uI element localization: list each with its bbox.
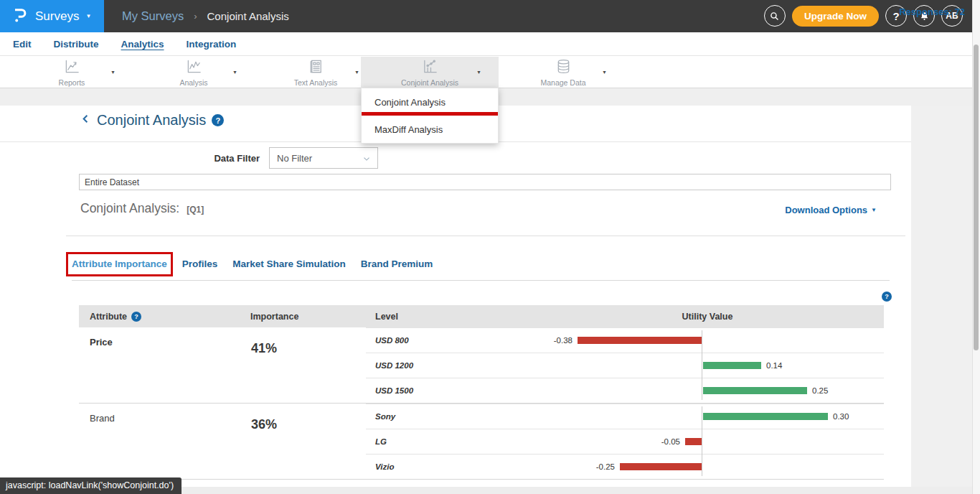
survey-nav: EditDistributeAnalyticsIntegration <box>0 32 980 56</box>
column-header-importance: Importance <box>244 312 366 322</box>
column-header-attribute: Attribute ? <box>79 312 244 322</box>
level-name: Sony <box>366 404 531 429</box>
dataset-field[interactable]: Entire Dataset <box>79 174 891 190</box>
attribute-group-brand: Brand36%Sony0.30LG-0.05Vizio-0.25 <box>79 403 884 479</box>
level-row-vizio: Vizio-0.25 <box>366 454 884 479</box>
toolbar-group-label: Analysis <box>179 78 207 87</box>
product-name: Surveys <box>35 9 79 24</box>
toolbar-group-analysis[interactable]: Analysis▼ <box>133 57 255 88</box>
conjoint-analysis-menu: Conjoint AnalysisMaxDiff Analysis <box>361 88 499 144</box>
questionpro-logo-icon <box>12 6 28 27</box>
attribute-name: Price <box>79 327 244 403</box>
utility-cell: -0.25 <box>531 455 884 479</box>
toolbar-group-reports[interactable]: Reports▼ <box>11 57 133 88</box>
utility-bar <box>703 413 828 420</box>
attribute-group-price: Price41%USD 800-0.38USD 12000.14USD 1500… <box>79 327 884 403</box>
attribute-help-icon[interactable]: ? <box>131 312 141 322</box>
manage-data-icon <box>555 58 572 78</box>
data-filter-select[interactable]: No Filter <box>269 147 378 169</box>
column-header-level: Level <box>366 312 531 322</box>
toolbar-group-text-analysis[interactable]: Text Analysis▼ <box>255 57 377 88</box>
utility-value-label: -0.38 <box>554 335 573 345</box>
level-row-lg: LG-0.05 <box>366 429 884 454</box>
dataset-value: Entire Dataset <box>85 177 139 187</box>
attribute-importance-table: Attribute ? Importance Level Utility Val… <box>79 305 884 480</box>
level-row-usd-800: USD 800-0.38 <box>366 327 884 353</box>
chevron-down-icon[interactable]: ▼ <box>110 70 116 75</box>
text-analysis-icon <box>308 58 324 78</box>
table-help-icon[interactable]: ? <box>882 292 892 302</box>
level-name: LG <box>366 429 531 454</box>
nav-item-integration[interactable]: Integration <box>187 39 237 50</box>
table-header-row: Attribute ? Importance Level Utility Val… <box>79 305 884 327</box>
breadcrumb-my-surveys[interactable]: My Surveys <box>122 9 184 23</box>
utility-cell: 0.14 <box>531 353 884 378</box>
download-options-button[interactable]: Download Options ▼ <box>785 205 877 215</box>
utility-bar <box>703 362 761 369</box>
chevron-down-icon: ▼ <box>871 207 877 213</box>
analytics-toolbar: Reports▼Analysis▼Text Analysis▼Conjoint … <box>0 57 980 88</box>
chevron-down-icon: ▼ <box>85 13 91 19</box>
app-window: Surveys ▼ My Surveys › Conjoint Analysis… <box>0 0 980 494</box>
toolbar-group-label: Conjoint Analysis <box>401 78 458 87</box>
tab-brand-premium[interactable]: Brand Premium <box>361 258 433 271</box>
menu-item-conjoint-analysis[interactable]: Conjoint Analysis <box>362 88 498 116</box>
chevron-down-icon[interactable]: ▼ <box>602 70 607 75</box>
nav-item-analytics[interactable]: Analytics <box>121 39 164 50</box>
importance-value: 36% <box>244 404 366 479</box>
level-name: USD 800 <box>366 328 531 353</box>
chevron-down-icon <box>362 154 372 164</box>
chevron-down-icon[interactable]: ▼ <box>232 70 237 75</box>
level-row-usd-1200: USD 12000.14 <box>366 353 884 378</box>
scrollbar-thumb[interactable] <box>974 45 979 350</box>
breadcrumb: My Surveys › Conjoint Analysis <box>122 0 289 32</box>
utility-value-label: 0.25 <box>812 386 828 396</box>
page-title: Conjoint Analysis <box>97 112 206 129</box>
nav-item-distribute[interactable]: Distribute <box>54 39 99 50</box>
breadcrumb-separator: › <box>194 11 197 22</box>
question-reference: [Q1] <box>187 205 204 215</box>
level-name: USD 1200 <box>366 353 531 378</box>
search-button[interactable] <box>764 5 786 27</box>
level-row-usd-1500: USD 15000.25 <box>366 378 884 403</box>
divider <box>66 236 905 236</box>
toolbar-group-label: Manage Data <box>540 78 585 87</box>
product-switcher[interactable]: Surveys ▼ <box>0 0 104 32</box>
page-gutter <box>911 106 973 494</box>
toolbar-group-manage-data[interactable]: Manage Data▼ <box>502 57 624 88</box>
column-header-utility-value: Utility Value <box>531 312 884 322</box>
responses-count[interactable]: Responses: 72 <box>899 0 965 24</box>
toolbar-group-conjoint-analysis[interactable]: Conjoint Analysis▼ <box>361 57 499 88</box>
breadcrumb-current: Conjoint Analysis <box>207 10 289 22</box>
top-bar: Surveys ▼ My Surveys › Conjoint Analysis… <box>0 0 980 32</box>
analysis-tabs: Attribute ImportanceProfilesMarket Share… <box>72 258 433 271</box>
nav-item-edit[interactable]: Edit <box>13 39 32 50</box>
main-content: Conjoint Analysis ? Data Filter No Filte… <box>0 106 973 487</box>
chevron-down-icon[interactable]: ▼ <box>476 70 481 75</box>
reports-chart-icon <box>64 58 80 78</box>
toolbar-group-label: Text Analysis <box>294 78 338 87</box>
level-row-sony: Sony0.30 <box>366 404 884 429</box>
analysis-chart-icon <box>186 58 202 78</box>
utility-cell: -0.05 <box>531 429 884 454</box>
utility-value-label: 0.14 <box>766 360 782 370</box>
data-filter-label: Data Filter <box>172 153 260 164</box>
upgrade-now-button[interactable]: Upgrade Now <box>792 6 879 27</box>
tab-attribute-importance[interactable]: Attribute Importance <box>72 258 167 271</box>
tab-market-share-simulation[interactable]: Market Share Simulation <box>232 258 346 271</box>
utility-value-label: -0.05 <box>661 437 680 447</box>
title-help-icon[interactable]: ? <box>212 114 224 126</box>
scrollbar-track[interactable] <box>972 0 980 494</box>
utility-bar <box>578 337 702 344</box>
data-filter-value: No Filter <box>277 153 312 164</box>
back-chevron-icon[interactable] <box>80 113 91 127</box>
level-rows: Sony0.30LG-0.05Vizio-0.25 <box>366 404 884 479</box>
menu-item-maxdiff-analysis[interactable]: MaxDiff Analysis <box>362 116 498 143</box>
level-name: Vizio <box>366 455 531 479</box>
search-icon <box>768 10 781 22</box>
download-options-label: Download Options <box>785 205 867 215</box>
level-name: USD 1500 <box>366 378 531 403</box>
chevron-down-icon[interactable]: ▼ <box>354 70 359 75</box>
utility-value-label: -0.25 <box>596 462 615 472</box>
tab-profiles[interactable]: Profiles <box>182 258 218 271</box>
